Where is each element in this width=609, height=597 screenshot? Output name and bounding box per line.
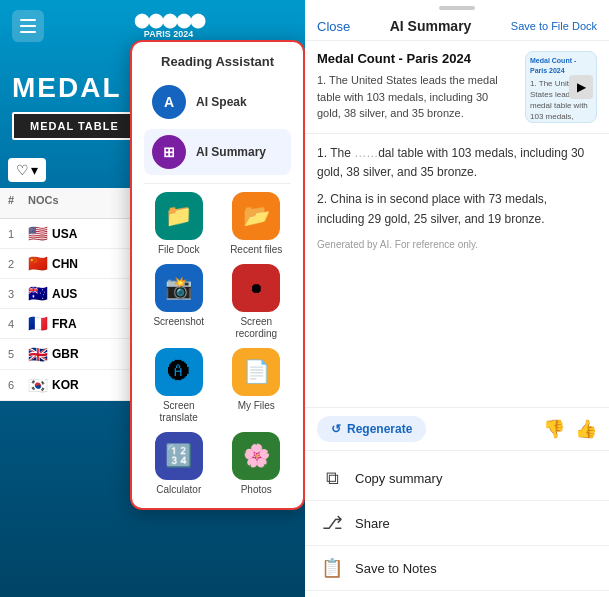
file-dock-tool[interactable]: 📁 File Dock xyxy=(144,192,214,256)
hamburger-line xyxy=(20,25,36,27)
chevron-down-icon: ▾ xyxy=(31,162,38,178)
flag-icon: 🇫🇷 xyxy=(28,314,48,333)
screen-translate-icon: 🅐 xyxy=(155,348,203,396)
rank-cell: 4 xyxy=(8,318,28,330)
card-body-text: 1. The United States leads the medal tab… xyxy=(317,74,498,119)
hamburger-line xyxy=(20,31,36,33)
flag-icon: 🇬🇧 xyxy=(28,345,48,364)
ai-summary-label: AI Summary xyxy=(196,145,266,159)
summary-paragraph-2: 2. China is in second place with 73 meda… xyxy=(317,190,597,228)
right-panel: Close AI Summary Save to File Dock Medal… xyxy=(305,0,609,597)
flag-icon: 🇦🇺 xyxy=(28,284,48,303)
medal-table-button[interactable]: MEDAL TABLE xyxy=(12,112,137,140)
handle-bar xyxy=(439,6,475,10)
thumb-title: Medal Count - Paris 2024 xyxy=(530,56,592,76)
ai-content-area: Medal Count - Paris 2024 1. The United S… xyxy=(305,41,609,597)
menu-button[interactable] xyxy=(12,10,44,42)
thumbs-down-button[interactable]: 👎 xyxy=(543,418,565,440)
my-files-icon: 📄 xyxy=(232,348,280,396)
country-code: FRA xyxy=(52,317,77,331)
ai-card-area: Medal Count - Paris 2024 1. The United S… xyxy=(305,41,609,134)
screen-recording-icon: ⏺ xyxy=(232,264,280,312)
thumbnail-container: Medal Count - Paris 2024 1. The United S… xyxy=(525,51,597,123)
photos-tool[interactable]: 🌸 Photos xyxy=(222,432,292,496)
ai-speak-item[interactable]: A AI Speak xyxy=(144,79,291,125)
country-code: KOR xyxy=(52,378,79,392)
ai-speak-icon: A xyxy=(152,85,186,119)
card-title: Medal Count - Paris 2024 xyxy=(317,51,515,66)
left-panel: ⬤⬤⬤⬤⬤ PARIS 2024 MEDAL MEDAL TABLE ♡ ▾ #… xyxy=(0,0,305,597)
ai-card-text: Medal Count - Paris 2024 1. The United S… xyxy=(317,51,515,123)
copy-summary-label: Copy summary xyxy=(355,471,442,486)
calculator-label: Calculator xyxy=(156,484,201,496)
reading-assistant-title: Reading Assistant xyxy=(144,54,291,69)
photos-label: Photos xyxy=(241,484,272,496)
save-notes-action[interactable]: 📋 Save to Notes xyxy=(305,546,609,591)
screenshot-label: Screenshot xyxy=(153,316,204,328)
paris-text: PARIS 2024 xyxy=(134,29,204,40)
file-dock-icon: 📁 xyxy=(155,192,203,240)
regenerate-button[interactable]: ↺ Regenerate xyxy=(317,416,426,442)
rank-cell: 2 xyxy=(8,258,28,270)
drag-handle xyxy=(305,0,609,12)
share-label: Share xyxy=(355,516,390,531)
my-files-label: My Files xyxy=(238,400,275,412)
share-action[interactable]: ⎇ Share xyxy=(305,501,609,546)
notes-icon: 📋 xyxy=(321,557,343,579)
country-code: GBR xyxy=(52,347,79,361)
regenerate-label: Regenerate xyxy=(347,422,412,436)
country-code: CHN xyxy=(52,257,78,271)
regenerate-icon: ↺ xyxy=(331,422,341,436)
reading-assistant-popup: Reading Assistant A AI Speak ⊞ AI Summar… xyxy=(130,40,305,510)
screen-recording-tool[interactable]: ⏺ Screen recording xyxy=(222,264,292,340)
summary-paragraph-1: 1. The ……dal table with 103 medals, incl… xyxy=(317,144,597,182)
copy-summary-action[interactable]: ⧉ Copy summary xyxy=(305,457,609,501)
rank-cell: 1 xyxy=(8,228,28,240)
paris-logo: ⬤⬤⬤⬤⬤ PARIS 2024 xyxy=(134,12,204,40)
country-code: USA xyxy=(52,227,77,241)
card-body: 1. The United States leads the medal tab… xyxy=(317,72,515,122)
flag-icon: 🇰🇷 xyxy=(28,376,48,395)
heart-filter-button[interactable]: ♡ ▾ xyxy=(8,158,46,182)
olympic-rings: ⬤⬤⬤⬤⬤ xyxy=(134,12,204,29)
recent-files-tool[interactable]: 📂 Recent files xyxy=(222,192,292,256)
hamburger-line xyxy=(20,19,36,21)
photos-icon: 🌸 xyxy=(232,432,280,480)
expand-thumbnail-button[interactable]: ▶ xyxy=(569,75,593,99)
recent-files-icon: 📂 xyxy=(232,192,280,240)
file-dock-label: File Dock xyxy=(158,244,200,256)
rank-cell: 6 xyxy=(8,379,28,391)
rank-cell: 3 xyxy=(8,288,28,300)
ai-summary-main: 1. The ……dal table with 103 medals, incl… xyxy=(305,134,609,407)
save-to-file-dock-button[interactable]: Save to File Dock xyxy=(511,20,597,32)
calculator-icon: 🔢 xyxy=(155,432,203,480)
ai-summary-item[interactable]: ⊞ AI Summary xyxy=(144,129,291,175)
close-button[interactable]: Close xyxy=(317,19,350,34)
feedback-icons: 👎 👍 xyxy=(543,418,597,440)
calculator-tool[interactable]: 🔢 Calculator xyxy=(144,432,214,496)
screen-translate-tool[interactable]: 🅐 Screen translate xyxy=(144,348,214,424)
thumbs-up-button[interactable]: 👍 xyxy=(575,418,597,440)
screen-recording-label: Screen recording xyxy=(222,316,292,340)
tools-grid: 📁 File Dock 📂 Recent files 📸 Screenshot … xyxy=(144,192,291,496)
my-files-tool[interactable]: 📄 My Files xyxy=(222,348,292,424)
flag-icon: 🇨🇳 xyxy=(28,254,48,273)
divider xyxy=(144,183,291,184)
rank-cell: 5 xyxy=(8,348,28,360)
screen-translate-label: Screen translate xyxy=(144,400,214,424)
panel-title: AI Summary xyxy=(390,18,472,34)
recent-files-label: Recent files xyxy=(230,244,282,256)
copy-icon: ⧉ xyxy=(321,468,343,489)
screenshot-icon: 📸 xyxy=(155,264,203,312)
ai-summary-icon: ⊞ xyxy=(152,135,186,169)
screenshot-tool[interactable]: 📸 Screenshot xyxy=(144,264,214,340)
save-notes-label: Save to Notes xyxy=(355,561,437,576)
regenerate-row: ↺ Regenerate 👎 👍 xyxy=(305,407,609,451)
heart-icon: ♡ xyxy=(16,162,29,178)
flag-icon: 🇺🇸 xyxy=(28,224,48,243)
action-list: ⧉ Copy summary ⎇ Share 📋 Save to Notes xyxy=(305,451,609,597)
right-header: Close AI Summary Save to File Dock xyxy=(305,12,609,41)
ai-generated-note: Generated by AI. For reference only. xyxy=(317,237,597,253)
share-icon: ⎇ xyxy=(321,512,343,534)
rank-header: # xyxy=(8,194,28,212)
